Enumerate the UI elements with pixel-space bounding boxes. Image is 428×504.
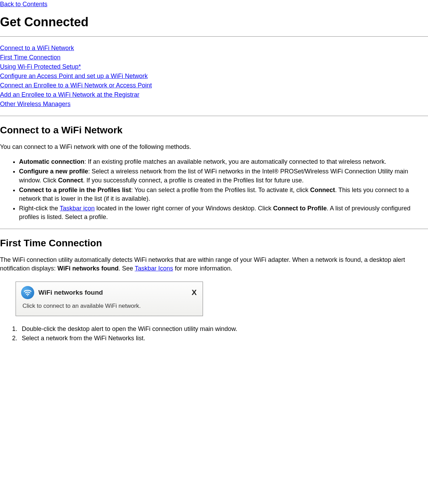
page-title: Get Connected: [0, 15, 428, 29]
method-name: Automatic connection: [19, 158, 84, 165]
intro-text: . See: [119, 265, 135, 272]
notification-title: WiFi networks found: [38, 289, 103, 296]
toc-link-connect-enrollee[interactable]: Connect an Enrollee to a WiFi Network or…: [0, 81, 152, 90]
toc-link-connect-wifi[interactable]: Connect to a WiFi Network: [0, 44, 74, 53]
divider: [0, 116, 428, 116]
section-intro: You can connect to a WiFi network with o…: [0, 143, 428, 151]
taskbar-icon-link[interactable]: Taskbar icon: [60, 205, 95, 212]
wifi-notification-toast: WiFi networks found X Click to connect t…: [16, 282, 203, 316]
method-text: Right-click the: [19, 205, 60, 212]
step-item: Double-click the desktop alert to open t…: [19, 325, 428, 333]
steps-list: Double-click the desktop alert to open t…: [0, 325, 428, 343]
close-icon[interactable]: X: [192, 288, 197, 297]
method-name: Configure a new profile: [19, 168, 88, 175]
back-to-contents-link[interactable]: Back to Contents: [0, 1, 47, 8]
divider: [0, 229, 428, 229]
toc-link-wps[interactable]: Using Wi-Fi Protected Setup*: [0, 62, 81, 72]
list-item: Configure a new profile: Select a wirele…: [19, 167, 428, 184]
notification-body: Click to connect to an available WiFi ne…: [22, 303, 197, 310]
ui-label: Connect to Profile: [273, 205, 327, 212]
toc-link-configure-ap[interactable]: Configure an Access Point and set up a W…: [0, 72, 148, 81]
notification-title-row: WiFi networks found: [21, 286, 103, 299]
method-text: : You can select a profile from the Prof…: [131, 187, 310, 193]
methods-list: Automatic connection: If an existing pro…: [0, 158, 428, 221]
wifi-icon: [21, 286, 34, 299]
method-text: : If an existing profile matches an avai…: [84, 158, 386, 165]
step-item: Select a network from the WiFi Networks …: [19, 334, 428, 343]
section-intro: The WiFi connection utility automaticall…: [0, 256, 428, 273]
taskbar-icons-link[interactable]: Taskbar Icons: [135, 265, 173, 272]
section-heading-connect: Connect to a WiFi Network: [0, 125, 428, 136]
list-item: Connect to a profile in the Profiles lis…: [19, 186, 428, 203]
toc-link-other-managers[interactable]: Other Wireless Managers: [0, 99, 71, 109]
section-heading-first-time: First Time Connection: [0, 238, 428, 249]
notification-header: WiFi networks found X: [21, 286, 197, 299]
divider: [0, 36, 428, 37]
ui-label: Connect: [58, 177, 83, 184]
alert-name: WiFi networks found: [57, 265, 119, 272]
list-item: Right-click the Taskbar icon located in …: [19, 204, 428, 221]
method-text: . If you successfully connect, a profile…: [83, 177, 304, 184]
ui-label: Connect: [310, 187, 335, 193]
table-of-contents: Connect to a WiFi Network First Time Con…: [0, 44, 428, 109]
intro-text: for more information.: [173, 265, 232, 272]
method-text: located in the lower right corner of you…: [95, 205, 273, 212]
toc-link-add-enrollee[interactable]: Add an Enrollee to a WiFi Network at the…: [0, 90, 139, 99]
toc-link-first-time[interactable]: First Time Connection: [0, 53, 61, 62]
svg-point-0: [27, 295, 28, 296]
method-name: Connect to a profile in the Profiles lis…: [19, 187, 131, 193]
list-item: Automatic connection: If an existing pro…: [19, 158, 428, 166]
